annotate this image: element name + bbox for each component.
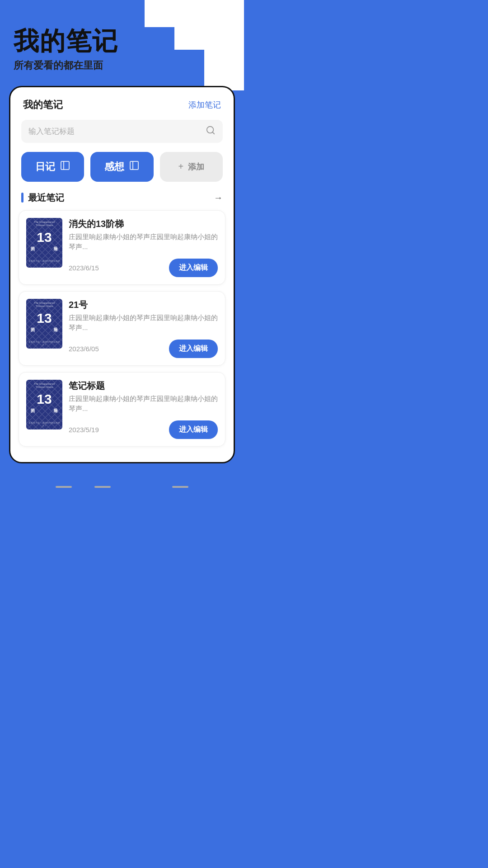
note-date-2: 2023/6/05 <box>69 345 99 353</box>
note-edit-btn-1[interactable]: 进入编辑 <box>169 259 218 277</box>
note-footer-1: 2023/6/15 进入编辑 <box>69 259 218 277</box>
note-title-3: 笔记标题 <box>69 380 218 392</box>
book-cover-1: The DisappearedThirteen Steps 消失的 13 級台階… <box>26 218 62 268</box>
left-bar-1 <box>0 27 6 45</box>
section-title-wrap: 最近笔记 <box>21 192 64 204</box>
card-title: 我的笔记 <box>23 98 63 112</box>
nav-icon-1[interactable] <box>56 486 72 488</box>
nav-icon-2[interactable] <box>94 486 111 488</box>
book-cover-2: The DisappearedThirteen Steps 消失的 13 級台階… <box>26 299 62 349</box>
section-accent-bar <box>21 193 23 203</box>
tab-thoughts-label: 感想 <box>104 160 124 174</box>
note-edit-btn-3[interactable]: 进入编辑 <box>169 420 218 439</box>
svg-rect-2 <box>61 161 69 170</box>
book-cover-en-1: The DisappearedThirteen Steps <box>28 221 61 227</box>
note-date-1: 2023/6/15 <box>69 264 99 272</box>
note-excerpt-3: 庄园里响起康纳小姐的琴声庄园里响起康纳小姐的琴声... <box>69 394 218 414</box>
thoughts-icon <box>129 160 140 174</box>
category-tabs: 日记 感想 + 添加 <box>10 152 234 182</box>
left-accent-bars <box>0 27 6 87</box>
note-footer-3: 2023/5/19 进入编辑 <box>69 420 218 439</box>
main-card: 我的笔记 添加笔记 输入笔记标题 日记 感想 <box>9 86 235 463</box>
left-bar-3 <box>0 69 6 87</box>
bottom-nav <box>0 481 244 497</box>
book-cover-sub-1: 是真有为去—成功的均衡实体的人？ <box>28 259 61 265</box>
note-content-1: 消失的13阶梯 庄园里响起康纳小姐的琴声庄园里响起康纳小姐的琴声... 2023… <box>69 218 218 277</box>
search-icon[interactable] <box>206 125 216 137</box>
nav-icon-active[interactable] <box>133 486 150 488</box>
note-item-3: The DisappearedThirteen Steps 消失的 13 級台階… <box>19 372 225 447</box>
section-header: 最近笔记 → <box>10 192 234 204</box>
note-content-3: 笔记标题 庄园里响起康纳小姐的琴声庄园里响起康纳小姐的琴声... 2023/5/… <box>69 380 218 439</box>
book-cover-sub-3: 是真有为去—成功的均衡实体的人？ <box>28 421 61 427</box>
nav-icon-4[interactable] <box>172 486 188 488</box>
note-edit-btn-2[interactable]: 进入编辑 <box>169 340 218 358</box>
tab-add-label: 添加 <box>188 161 204 172</box>
note-title-2: 21号 <box>69 299 218 311</box>
add-category-icon: + <box>178 161 183 172</box>
section-title: 最近笔记 <box>28 192 64 204</box>
note-excerpt-1: 庄园里响起康纳小姐的琴声庄园里响起康纳小姐的琴声... <box>69 232 218 252</box>
section-arrow-icon[interactable]: → <box>214 193 223 203</box>
search-input[interactable]: 输入笔记标题 <box>28 126 201 137</box>
tab-diary-label: 日记 <box>35 160 55 174</box>
tab-add[interactable]: + 添加 <box>160 152 223 182</box>
book-cover-sub-2: 是真有为去—成功的均衡实体的人？ <box>28 340 61 346</box>
note-excerpt-2: 庄园里响起康纳小姐的琴声庄园里响起康纳小姐的琴声... <box>69 313 218 333</box>
search-bar[interactable]: 输入笔记标题 <box>21 120 223 143</box>
left-bar-2 <box>0 48 6 66</box>
book-cover-en-2: The DisappearedThirteen Steps <box>28 302 61 308</box>
header-section: 我的笔记 所有爱看的都在里面 <box>0 0 244 86</box>
tab-diary[interactable]: 日记 <box>21 152 84 182</box>
card-header: 我的笔记 添加笔记 <box>10 87 234 116</box>
note-content-2: 21号 庄园里响起康纳小姐的琴声庄园里响起康纳小姐的琴声... 2023/6/0… <box>69 299 218 358</box>
note-date-3: 2023/5/19 <box>69 426 99 434</box>
page-title: 我的笔记 <box>14 27 235 55</box>
tab-thoughts[interactable]: 感想 <box>90 152 153 182</box>
note-title-1: 消失的13阶梯 <box>69 218 218 230</box>
book-cover-3: The DisappearedThirteen Steps 消失的 13 級台階… <box>26 380 62 429</box>
book-cover-en-3: The DisappearedThirteen Steps <box>28 382 61 389</box>
page-subtitle: 所有爱看的都在里面 <box>14 59 235 72</box>
add-note-button[interactable]: 添加笔记 <box>188 99 221 110</box>
note-item-1: The DisappearedThirteen Steps 消失的 13 級台階… <box>19 210 225 285</box>
note-footer-2: 2023/6/05 进入编辑 <box>69 340 218 358</box>
svg-rect-4 <box>130 161 138 170</box>
svg-line-1 <box>212 132 214 134</box>
diary-icon <box>60 160 70 174</box>
note-item-2: The DisappearedThirteen Steps 消失的 13 級台階… <box>19 291 225 366</box>
